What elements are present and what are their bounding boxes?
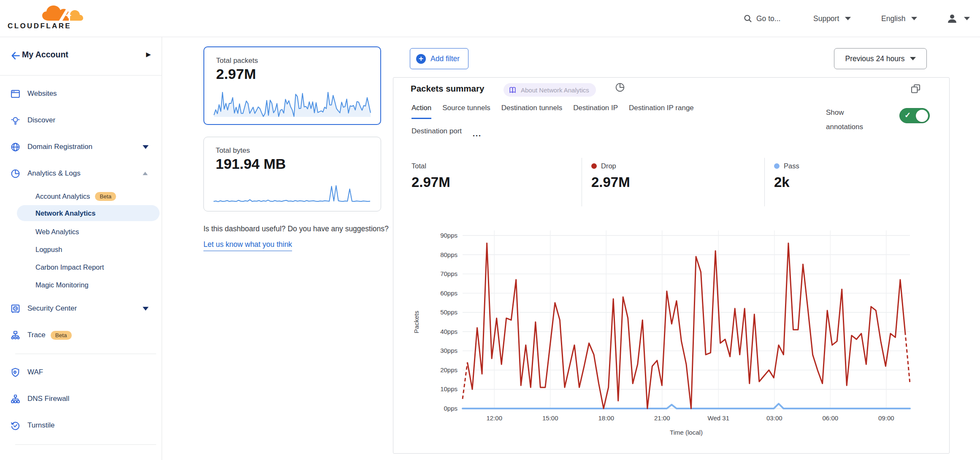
- cloudflare-logo-text: CLOUDFLARE: [8, 22, 71, 30]
- sidebar-item-analytics-logs[interactable]: Analytics & Logs: [10, 165, 158, 181]
- svg-text:21:00: 21:00: [654, 414, 670, 422]
- packets-summary-panel: Packets summary About Network Analytics …: [393, 77, 950, 454]
- sidebar-item-websites[interactable]: Websites: [10, 86, 158, 102]
- sidebar-item-domain-registration[interactable]: Domain Registration: [10, 139, 158, 155]
- sidebar-item-web-analytics[interactable]: Web Analytics: [35, 224, 158, 240]
- sidebar-item-account-analytics[interactable]: Account Analytics Beta: [35, 188, 158, 204]
- sidebar-item-trace[interactable]: Trace Beta: [10, 327, 158, 343]
- total-bytes-card[interactable]: Total bytes 191.94 MB: [203, 137, 381, 211]
- panel-title: Packets summary: [411, 84, 484, 94]
- sidebar-item-security-center[interactable]: Security Center: [10, 300, 158, 317]
- user-menu[interactable]: [946, 0, 970, 37]
- svg-text:60pps: 60pps: [440, 290, 458, 297]
- svg-text:18:00: 18:00: [598, 414, 614, 422]
- card-value: 2.97M: [216, 66, 256, 82]
- svg-text:12:00: 12:00: [486, 414, 502, 422]
- tab-destination-ip-range[interactable]: Destination IP range: [629, 104, 694, 119]
- stat-value: 2.97M: [591, 174, 630, 190]
- tab-destination-port[interactable]: Destination port: [411, 127, 462, 141]
- chevron-down-icon: [845, 17, 851, 20]
- add-filter-button[interactable]: + Add filter: [410, 48, 468, 69]
- card-label: Total bytes: [216, 146, 250, 155]
- rotate-check-icon: [10, 420, 21, 431]
- shield-gear-icon: [10, 367, 21, 378]
- svg-text:30pps: 30pps: [440, 347, 458, 354]
- sidebar-item-waf[interactable]: WAF: [10, 364, 158, 380]
- packets-time-series-chart: 0pps10pps20pps30pps40pps50pps60pps70pps8…: [393, 221, 950, 449]
- pie-time-icon[interactable]: [615, 82, 625, 93]
- support-menu[interactable]: Support: [813, 0, 851, 37]
- user-avatar-icon: [946, 13, 958, 24]
- feedback-block: Is this dashboard useful? Do you have an…: [203, 222, 390, 251]
- sidebar-item-carbon-impact-report[interactable]: Carbon Impact Report: [35, 259, 158, 275]
- dimension-tabs-row2: Destination port ...: [411, 127, 482, 141]
- add-filter-label: Add filter: [430, 54, 460, 63]
- tab-action[interactable]: Action: [411, 104, 431, 119]
- dimension-tabs: Action Source tunnels Destination tunnel…: [411, 104, 694, 119]
- chevron-down-icon: [910, 57, 916, 60]
- sidebar-item-label: Domain Registration: [27, 143, 92, 151]
- stat-total: Total 2.97M: [411, 162, 450, 190]
- cloudflare-cloud-icon: [41, 4, 84, 22]
- sidebar-divider: [0, 75, 162, 76]
- pie-chart-icon: [10, 168, 21, 179]
- svg-text:03:00: 03:00: [766, 414, 782, 422]
- stat-pass: Pass 2k: [774, 162, 799, 190]
- lightbulb-icon: [10, 115, 21, 126]
- sidebar-item-dns-firewall[interactable]: DNS Firewall: [10, 391, 158, 407]
- sidebar-item-magic-monitoring[interactable]: Magic Monitoring: [35, 277, 158, 293]
- chevron-down-icon: [911, 17, 917, 20]
- show-annotations-toggle[interactable]: ✓: [899, 108, 930, 123]
- svg-text:90pps: 90pps: [440, 232, 458, 239]
- more-tabs-icon[interactable]: ...: [473, 130, 482, 138]
- total-packets-card[interactable]: Total packets 2.97M: [203, 46, 381, 125]
- sidebar-item-label: Trace: [27, 331, 46, 339]
- stat-value: 2.97M: [411, 174, 450, 190]
- book-icon: [509, 86, 517, 94]
- support-label: Support: [813, 14, 839, 23]
- cloudflare-dashboard: CLOUDFLARE Go to... Support English: [0, 0, 980, 460]
- sidebar-item-label: Websites: [27, 89, 57, 98]
- sidebar-item-discover[interactable]: Discover: [10, 112, 158, 128]
- feedback-link[interactable]: Let us know what you think: [203, 238, 292, 251]
- browser-icon: [10, 89, 21, 99]
- svg-text:Time (local): Time (local): [670, 429, 703, 436]
- trace-flow-icon: [10, 330, 21, 341]
- card-value: 191.94 MB: [216, 156, 286, 172]
- svg-text:06:00: 06:00: [823, 414, 839, 422]
- tab-destination-tunnels[interactable]: Destination tunnels: [501, 104, 563, 119]
- sidebar-item-label: Security Center: [27, 304, 77, 313]
- about-badge-label: About Network Analytics: [521, 87, 589, 94]
- expand-copy-icon[interactable]: [910, 83, 921, 95]
- sidebar-item-network-analytics[interactable]: Network Analytics: [35, 205, 158, 221]
- sidebar-divider: [15, 354, 156, 354]
- sidebar-item-label: Web Analytics: [35, 228, 79, 236]
- svg-text:70pps: 70pps: [440, 270, 458, 277]
- svg-text:09:00: 09:00: [878, 414, 894, 422]
- pass-legend-dot: [774, 163, 780, 169]
- time-range-dropdown[interactable]: Previous 24 hours: [834, 48, 927, 69]
- svg-text:10pps: 10pps: [440, 385, 458, 392]
- feedback-question: Is this dashboard useful? Do you have an…: [203, 225, 389, 233]
- stat-value: 2k: [774, 174, 799, 190]
- sidebar-item-label: Carbon Impact Report: [35, 263, 104, 271]
- svg-text:40pps: 40pps: [440, 328, 458, 335]
- back-arrow-icon[interactable]: [10, 50, 21, 61]
- goto-search[interactable]: Go to...: [743, 0, 780, 37]
- tab-source-tunnels[interactable]: Source tunnels: [442, 104, 490, 119]
- globe-icon: [10, 142, 21, 152]
- tab-destination-ip[interactable]: Destination IP: [573, 104, 618, 119]
- sidebar-item-label: Network Analytics: [35, 209, 95, 217]
- sidebar-item-logpush[interactable]: Logpush: [35, 241, 158, 257]
- language-menu[interactable]: English: [881, 0, 917, 37]
- toggle-knob: [916, 110, 928, 122]
- sidebar-account-row[interactable]: My Account ▶: [0, 46, 162, 65]
- svg-text:50pps: 50pps: [440, 308, 458, 316]
- sidebar-item-label: Logpush: [35, 246, 62, 254]
- sidebar-item-turnstile[interactable]: Turnstile: [10, 417, 158, 433]
- cloudflare-logo[interactable]: CLOUDFLARE: [8, 2, 84, 35]
- svg-text:20pps: 20pps: [440, 366, 458, 373]
- about-network-analytics-badge[interactable]: About Network Analytics: [504, 83, 596, 97]
- sidebar-divider: [15, 444, 156, 445]
- search-icon: [743, 14, 753, 24]
